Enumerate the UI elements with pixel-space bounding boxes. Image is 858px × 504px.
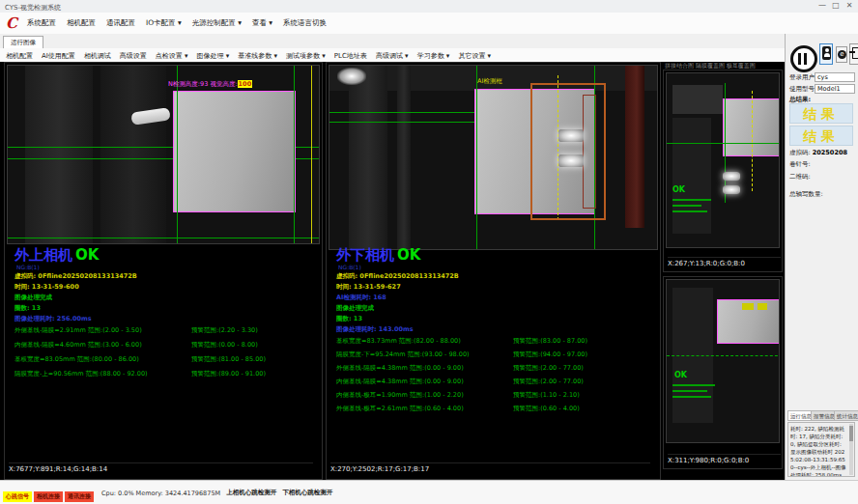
toolbar-item[interactable]: 相机配置 bbox=[6, 51, 33, 61]
menu-item[interactable]: 查看 ▾ bbox=[252, 18, 272, 28]
cell-region bbox=[173, 91, 296, 212]
toolbar-items: 相机配置AI使用配置相机调试高级设置点检设置 ▾图像处理 ▾基准线参数 ▾测试项… bbox=[6, 51, 491, 61]
warning-range: 预警范围:(0.00 - 8.00) bbox=[191, 341, 318, 355]
small-panels-column: 拼接结合图 隔膜覆盖图 极耳覆盖图 OK X:267; bbox=[663, 62, 783, 480]
measurement-row: 基板宽度=83.05mm 范围:(80.00 - 86.00) 预警范围:(81… bbox=[14, 355, 318, 370]
toolbar-item[interactable]: 学习参数 ▾ bbox=[417, 51, 450, 61]
menu-item[interactable]: 通讯配置 bbox=[106, 18, 135, 28]
toolbar-item[interactable]: 基准线参数 ▾ bbox=[238, 51, 277, 61]
status-bar: 心跳信号相机连接通讯连接 Cpu: 0.0% Memory: 3424.4179… bbox=[0, 480, 858, 504]
camera-name: 外上相机 bbox=[14, 246, 72, 264]
guide-line-h bbox=[329, 122, 494, 123]
menu-item[interactable]: 相机配置 bbox=[67, 18, 96, 28]
result-box-2: 结果 bbox=[789, 126, 853, 146]
guide-line-h bbox=[8, 238, 320, 238]
virtual-code-label: 虚拟码: bbox=[789, 149, 811, 156]
toolbar-item[interactable]: 相机调试 bbox=[84, 51, 111, 61]
cpu-memory-text: Cpu: 0.0% Memory: 3424.41796875M bbox=[101, 490, 220, 497]
login-user-field[interactable] bbox=[815, 72, 855, 82]
result-text-line bbox=[672, 396, 711, 398]
user-icon bbox=[822, 46, 831, 60]
toolbar-item[interactable]: 测试项参数 ▾ bbox=[286, 51, 326, 61]
status-ok: OK bbox=[672, 185, 685, 194]
menu-item[interactable]: 系统语言切换 bbox=[283, 18, 327, 28]
toolbar-item[interactable]: 高级设置 bbox=[120, 51, 147, 61]
overview-panel-top: OK X:267;Y:13;R:0;G:0;B:0 bbox=[663, 70, 783, 272]
menu-item[interactable]: 系统配置 bbox=[27, 18, 56, 28]
sidebar: e 登录用户: 使用型号: 总结果: 结果 结果 虚拟码: 20250208 卷… bbox=[785, 34, 858, 480]
heartbeat-badge: 心跳信号 bbox=[3, 491, 32, 502]
log-scrollbar[interactable] bbox=[849, 424, 853, 475]
model-label: 使用型号: bbox=[789, 85, 816, 94]
title-bar: CYS-视觉检测系统 — □ ✕ bbox=[0, 0, 858, 14]
annotation-text: N检测高度:93 视觉高度: bbox=[168, 80, 238, 88]
virtual-code-row: 虚拟码: 20250208 bbox=[789, 149, 847, 157]
camera-name: 外下相机 bbox=[336, 246, 394, 264]
edge-line-yellow bbox=[311, 66, 312, 243]
toolbar-item[interactable]: 其它设置 ▾ bbox=[458, 51, 491, 61]
login-user-label: 登录用户: bbox=[789, 73, 816, 82]
measurement-value: 内侧基线-极耳=1.90mm 范围:(1.00 - 2.20) bbox=[336, 391, 513, 405]
user-mode-button[interactable] bbox=[819, 43, 833, 65]
warning-range: 预警范围:(1.10 - 2.10) bbox=[513, 391, 656, 405]
log-tab-stats-info[interactable]: 统计信息 bbox=[834, 410, 858, 421]
measurement-row: 隔膜宽度-下=95.24mm 范围:(93.00 - 98.00) 预警范围:(… bbox=[336, 350, 656, 364]
toolbar-item[interactable]: 点检设置 ▾ bbox=[156, 51, 188, 61]
warning-range: 预警范围:(2.00 - 77.00) bbox=[513, 364, 656, 378]
overview-panel-bottom: OK X:311;Y:980;R:0;G:0;B:0 bbox=[663, 276, 783, 469]
result-text-line bbox=[672, 210, 707, 212]
warning-range: 预警范围:(83.00 - 87.00) bbox=[513, 337, 656, 350]
upper-camera-heartbeat-text: 上相机心跳检测开 bbox=[226, 489, 276, 497]
warning-range: 预警范围:(81.00 - 85.00) bbox=[191, 355, 318, 370]
guide-line-dashed bbox=[667, 355, 780, 356]
measurement-row: 内侧基线-隔膜=4.60mm 范围:(3.00 - 6.00) 预警范围:(0.… bbox=[14, 341, 318, 355]
overview-image-bottom[interactable]: OK bbox=[666, 279, 780, 443]
comm-connect-badge: 通讯连接 bbox=[65, 491, 94, 502]
left-camera-image[interactable]: N检测高度:93 视觉高度:100 bbox=[7, 65, 320, 244]
separator-line-yellow bbox=[752, 91, 753, 191]
application-window: CYS-视觉检测系统 — □ ✕ C 系统配置相机配置通讯配置IO卡配置 ▾光源… bbox=[0, 0, 858, 504]
measurement-row: 内侧基线-隔膜=4.38mm 范围:(0.00 - 9.00) 预警范围:(2.… bbox=[336, 378, 656, 391]
status-row: 心跳信号相机连接通讯连接 Cpu: 0.0% Memory: 3424.4179… bbox=[3, 484, 332, 502]
machine-column bbox=[100, 66, 166, 243]
guide-line-h bbox=[329, 112, 494, 113]
toolbar-item[interactable]: 图像处理 ▾ bbox=[197, 51, 230, 61]
warning-range: 预警范围:(2.00 - 77.00) bbox=[513, 378, 656, 391]
maximize-button[interactable]: □ bbox=[829, 1, 843, 10]
guide-line-v bbox=[294, 66, 295, 243]
menu-item[interactable]: IO卡配置 ▾ bbox=[146, 18, 182, 28]
inner-detection-box bbox=[583, 95, 596, 209]
warning-range: 预警范围:(2.20 - 3.30) bbox=[191, 326, 318, 341]
machine-column bbox=[349, 66, 387, 249]
menu-item[interactable]: 光源控制配置 ▾ bbox=[192, 18, 242, 28]
toolbar-item[interactable]: PLC地址表 bbox=[334, 51, 367, 61]
toolbar: 相机配置AI使用配置相机调试高级设置点检设置 ▾图像处理 ▾基准线参数 ▾测试项… bbox=[0, 48, 785, 63]
barcode-line: 虚拟码: 0Ffline2025020813313472B bbox=[14, 272, 137, 281]
warning-range: 预警范围:(94.00 - 97.00) bbox=[513, 350, 656, 364]
minimize-button[interactable]: — bbox=[815, 1, 829, 10]
measurement-value: 隔膜宽度-下=95.24mm 范围:(93.00 - 98.00) bbox=[336, 350, 513, 364]
annotation-highlight: 100 bbox=[238, 80, 253, 88]
pixel-coordinates: X:311;Y:980;R:0;G:0;B:0 bbox=[668, 454, 781, 464]
weld-tab-highlight bbox=[723, 172, 740, 181]
pause-button[interactable] bbox=[790, 45, 817, 72]
mid-camera-image[interactable]: AI检测框 bbox=[329, 65, 658, 250]
ai-time-line: AI检测耗时: 168 bbox=[336, 294, 386, 302]
measurement-value: 内侧基线-隔膜=4.60mm 范围:(3.00 - 6.00) bbox=[14, 341, 191, 355]
overview-image-top[interactable]: OK bbox=[666, 72, 780, 248]
e-stop-button[interactable]: e bbox=[836, 46, 847, 63]
label-mark-yellow bbox=[758, 303, 767, 310]
log-scrollbar-thumb[interactable] bbox=[849, 426, 853, 441]
measurement-row: 外侧基线-极耳=2.61mm 范围:(0.60 - 4.00) 预警范围:(0.… bbox=[336, 405, 656, 418]
logout-button[interactable] bbox=[849, 43, 858, 65]
guide-line-v bbox=[177, 66, 178, 243]
close-button[interactable]: ✕ bbox=[843, 1, 856, 10]
machine-column bbox=[25, 66, 93, 243]
model-field[interactable] bbox=[815, 84, 855, 94]
toolbar-item[interactable]: AI使用配置 bbox=[42, 51, 75, 61]
lower-camera-heartbeat-text: 下相机心跳检测开 bbox=[282, 489, 332, 497]
pixel-coordinates: X:7677;Y:891;R:14;G:14;B:14 bbox=[9, 462, 313, 473]
time-line: 时间: 13-31-59-600 bbox=[14, 283, 79, 292]
toolbar-item[interactable]: 高级调试 ▾ bbox=[376, 51, 409, 61]
ng-label: NG:B(1) bbox=[338, 264, 361, 270]
